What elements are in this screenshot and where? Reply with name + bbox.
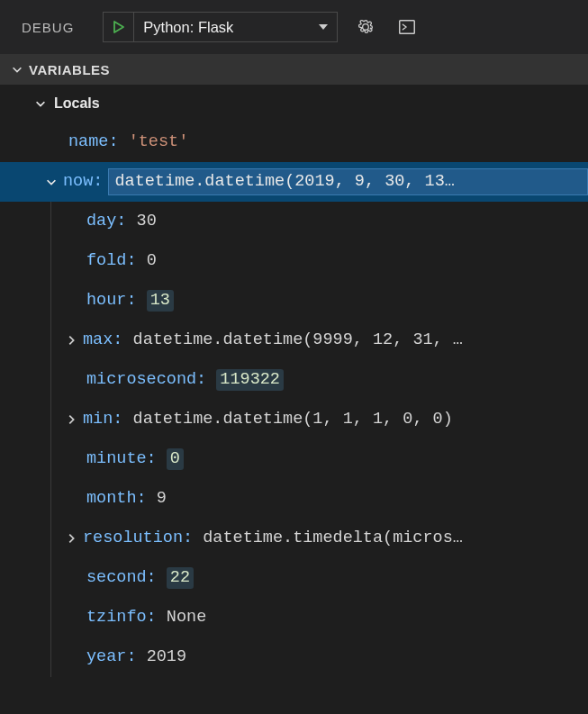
terminal-icon <box>397 17 417 37</box>
variable-row-tzinfo[interactable]: tzinfo: None <box>0 598 588 637</box>
chevron-right-icon <box>65 413 83 426</box>
var-value: 0 <box>167 448 184 470</box>
var-label: day: <box>86 211 126 232</box>
var-label: resolution: <box>83 528 193 549</box>
var-value: datetime.timedelta(micros… <box>203 528 463 549</box>
svg-rect-1 <box>400 21 415 34</box>
variables-title: VARIABLES <box>29 62 110 77</box>
var-label: min: <box>83 409 122 430</box>
dropdown-caret-icon <box>319 24 328 30</box>
var-label: name: <box>68 131 119 153</box>
var-value: 119322 <box>216 369 284 391</box>
var-label: microsecond: <box>86 369 206 391</box>
settings-button[interactable] <box>352 14 379 41</box>
var-value: 0 <box>147 250 157 272</box>
variable-row-hour[interactable]: hour: 13 <box>0 281 588 321</box>
svg-marker-0 <box>114 22 123 32</box>
play-icon <box>112 20 126 34</box>
config-name: Python: Flask <box>143 19 233 36</box>
start-debug-button[interactable] <box>104 12 134 42</box>
var-label: year: <box>86 646 137 668</box>
var-label: fold: <box>86 250 137 272</box>
var-value: 'test' <box>129 131 189 153</box>
variable-row-min[interactable]: min: datetime.datetime(1, 1, 1, 0, 0) <box>0 400 588 439</box>
var-value: 22 <box>167 567 194 589</box>
variable-row-day[interactable]: day: 30 <box>0 202 588 241</box>
debug-label: DEBUG <box>22 20 74 35</box>
var-label: second: <box>86 567 157 589</box>
tree-guide-line <box>50 202 51 677</box>
config-dropdown[interactable]: Python: Flask <box>134 12 337 42</box>
var-value: datetime.datetime(1, 1, 1, 0, 0) <box>133 409 453 430</box>
var-label: month: <box>86 488 147 510</box>
debug-console-button[interactable] <box>394 14 421 41</box>
variable-row-second[interactable]: second: 22 <box>0 558 588 598</box>
variable-row-max[interactable]: max: datetime.datetime(9999, 12, 31, … <box>0 321 588 360</box>
var-label: minute: <box>86 448 157 470</box>
variable-row-microsecond[interactable]: microsecond: 119322 <box>0 360 588 400</box>
debug-config-selector[interactable]: Python: Flask <box>103 12 338 42</box>
gear-icon <box>356 17 375 37</box>
variable-row-year[interactable]: year: 2019 <box>0 637 588 677</box>
variables-section-header[interactable]: VARIABLES <box>0 54 588 85</box>
chevron-right-icon <box>65 532 83 545</box>
variable-row-now[interactable]: now: datetime.datetime(2019, 9, 30, 13… <box>0 162 588 202</box>
chevron-down-icon <box>45 176 63 188</box>
chevron-right-icon <box>65 334 83 347</box>
variable-row-name[interactable]: name: 'test' <box>0 122 588 162</box>
var-value: 9 <box>157 488 167 510</box>
var-label: now: <box>63 171 103 193</box>
variable-row-resolution[interactable]: resolution: datetime.timedelta(micros… <box>0 519 588 558</box>
variable-row-month[interactable]: month: 9 <box>0 479 588 519</box>
var-value: 30 <box>137 211 157 232</box>
locals-scope-header[interactable]: Locals <box>0 85 588 122</box>
variable-row-minute[interactable]: minute: 0 <box>0 439 588 479</box>
chevron-down-icon <box>11 63 23 76</box>
var-value: datetime.datetime(2019, 9, 30, 13… <box>108 168 588 195</box>
var-value: 13 <box>147 290 174 312</box>
variables-tree: name: 'test' now: datetime.datetime(2019… <box>0 122 588 677</box>
chevron-down-icon <box>34 97 47 110</box>
locals-label: Locals <box>54 95 100 112</box>
var-value: None <box>167 607 206 628</box>
var-label: tzinfo: <box>86 607 157 628</box>
var-value: datetime.datetime(9999, 12, 31, … <box>133 330 463 351</box>
now-children: day: 30 fold: 0 hour: 13 max: datetime.d… <box>0 202 588 677</box>
var-label: hour: <box>86 290 137 312</box>
debug-toolbar: DEBUG Python: Flask <box>0 0 588 54</box>
var-value: 2019 <box>147 646 186 668</box>
var-label: max: <box>83 330 122 351</box>
variable-row-fold[interactable]: fold: 0 <box>0 241 588 281</box>
